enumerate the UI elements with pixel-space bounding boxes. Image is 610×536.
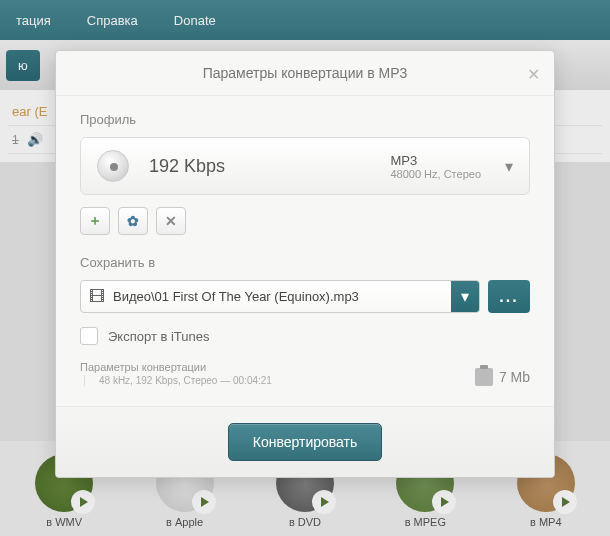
params-details: 48 kHz, 192 Kbps, Стерео — 00:04:21	[84, 375, 272, 386]
dialog-title: Параметры конвертации в MP3	[203, 65, 408, 81]
convert-button[interactable]: Конвертировать	[228, 423, 383, 461]
delete-profile-button[interactable]: ✕	[156, 207, 186, 235]
save-label: Сохранить в	[80, 255, 530, 270]
conversion-dialog: Параметры конвертации в MP3 ✕ Профиль 19…	[55, 50, 555, 478]
save-dropdown-button[interactable]: ▾	[451, 281, 479, 312]
chevron-down-icon: ▾	[505, 157, 513, 176]
params-title: Параметры конвертации	[80, 361, 272, 373]
profile-detail: 48000 Hz, Стерео	[390, 168, 481, 180]
save-path-field: 🎞 ▾	[80, 280, 480, 313]
profile-format: MP3	[390, 153, 481, 168]
dialog-header: Параметры конвертации в MP3 ✕	[56, 51, 554, 96]
filesize-icon	[475, 368, 493, 386]
profile-bitrate: 192 Kbps	[149, 156, 390, 177]
profile-label: Профиль	[80, 112, 530, 127]
export-itunes-label: Экспорт в iTunes	[108, 329, 210, 344]
export-itunes-checkbox[interactable]	[80, 327, 98, 345]
close-icon[interactable]: ✕	[527, 65, 540, 84]
film-icon: 🎞	[81, 288, 113, 306]
profile-selector[interactable]: 192 Kbps MP3 48000 Hz, Стерео ▾	[80, 137, 530, 195]
speaker-icon	[97, 150, 129, 182]
save-path-input[interactable]	[113, 281, 451, 312]
browse-button[interactable]: ...	[488, 280, 530, 313]
settings-button[interactable]: ✿	[118, 207, 148, 235]
add-profile-button[interactable]: ＋	[80, 207, 110, 235]
output-size: 7 Mb	[475, 368, 530, 386]
